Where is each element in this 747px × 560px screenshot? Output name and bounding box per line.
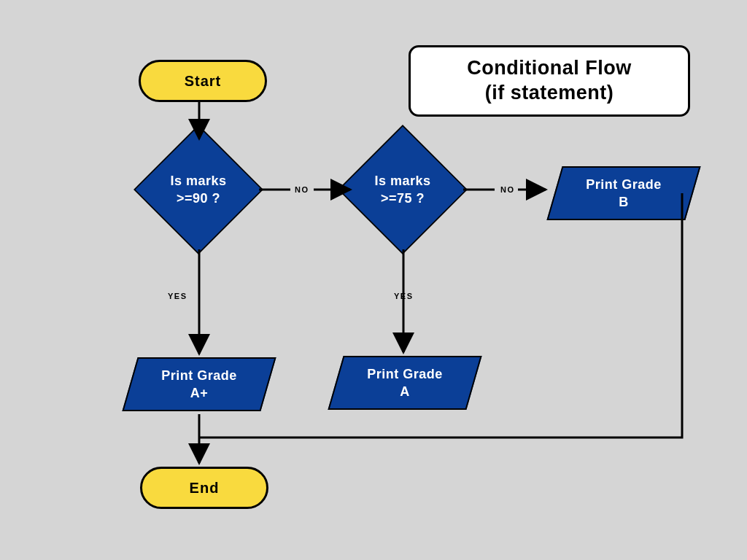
decision1-line2: >=90 ?	[170, 190, 226, 207]
start-label: Start	[185, 73, 222, 90]
flowchart-canvas: Conditional Flow (if statement) Start Is…	[0, 0, 747, 560]
outB-line2: B	[586, 193, 662, 211]
outA2-line2: A	[367, 383, 443, 400]
outA2-line1: Print Grade	[367, 365, 443, 383]
start-terminator: Start	[139, 60, 267, 102]
decision1-line1: Is marks	[170, 172, 226, 190]
edge-label-yes-1: YES	[168, 292, 187, 300]
output-grade-b: Print Grade B	[554, 166, 693, 220]
outB-line1: Print Grade	[586, 176, 662, 193]
diagram-title: Conditional Flow (if statement)	[409, 45, 690, 117]
title-line2: (if statement)	[433, 81, 666, 106]
edge-label-no-1: NO	[295, 185, 309, 194]
decision-marks-90: Is marks >=90 ?	[136, 128, 260, 252]
decision2-line2: >=75 ?	[374, 190, 430, 207]
end-terminator: End	[140, 467, 268, 509]
decision-marks-75: Is marks >=75 ?	[341, 128, 465, 252]
outA-line2: A+	[161, 384, 237, 402]
edge-label-no-2: NO	[500, 185, 515, 194]
output-grade-a-plus: Print Grade A+	[130, 357, 268, 411]
output-grade-a: Print Grade A	[336, 356, 474, 410]
outA-line1: Print Grade	[161, 367, 237, 384]
edge-label-yes-2: YES	[394, 292, 414, 300]
title-line1: Conditional Flow	[433, 56, 666, 81]
decision2-line1: Is marks	[374, 172, 430, 190]
end-label: End	[190, 480, 220, 497]
